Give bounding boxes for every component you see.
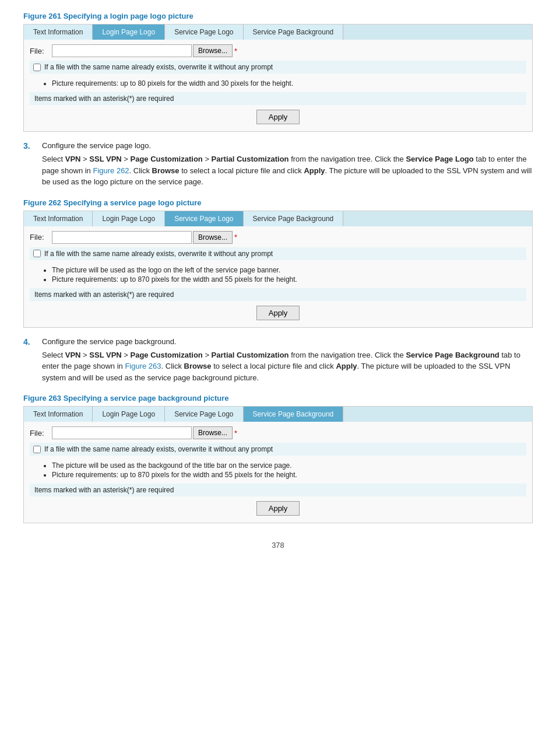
fig263-required-note: Items marked with an asterisk(*) are req… bbox=[30, 484, 526, 496]
fig261-apply-row: Apply bbox=[30, 105, 526, 127]
figure-262-panel: Text Information Login Page Logo Service… bbox=[23, 211, 533, 328]
fig261-note-1: Picture requirements: up to 80 pixels fo… bbox=[52, 79, 515, 88]
fig262-file-row: File: Browse... * bbox=[30, 231, 526, 244]
fig262-panel-body: File: Browse... * If a file with the sam… bbox=[24, 226, 532, 327]
fig262-file-label: File: bbox=[30, 233, 47, 242]
fig263-file-row: File: Browse... * bbox=[30, 426, 526, 439]
fig263-asterisk: * bbox=[234, 429, 237, 438]
figure-262-container: Figure 262 Specifying a service page log… bbox=[23, 198, 533, 328]
fig261-tab-service-page-logo[interactable]: Service Page Logo bbox=[165, 24, 243, 40]
fig261-tab-login-page-logo[interactable]: Login Page Logo bbox=[93, 24, 165, 40]
fig263-file-input[interactable] bbox=[52, 426, 192, 439]
fig263-checkbox-label: If a file with the same name already exi… bbox=[44, 445, 273, 453]
fig263-panel-body: File: Browse... * If a file with the sam… bbox=[24, 422, 532, 523]
fig263-overwrite-checkbox[interactable] bbox=[33, 446, 41, 453]
figure-262-title: Figure 262 Specifying a service page log… bbox=[23, 198, 533, 207]
fig262-apply-button[interactable]: Apply bbox=[256, 306, 300, 320]
fig263-apply-row: Apply bbox=[30, 496, 526, 518]
fig261-tab-service-page-background[interactable]: Service Page Background bbox=[244, 24, 344, 40]
fig262-checkbox-label: If a file with the same name already exi… bbox=[44, 250, 273, 258]
fig261-browse-button[interactable]: Browse... bbox=[193, 44, 233, 57]
fig263-tab-service-page-logo[interactable]: Service Page Logo bbox=[165, 407, 243, 422]
fig262-note-2: Picture requirements: up to 870 pixels f… bbox=[52, 275, 515, 284]
fig261-tab-text-information[interactable]: Text Information bbox=[24, 24, 93, 40]
step-3-heading: Configure the service page logo. bbox=[42, 141, 533, 150]
fig263-tab-bar: Text Information Login Page Logo Service… bbox=[24, 407, 532, 422]
fig261-tab-bar: Text Information Login Page Logo Service… bbox=[24, 24, 532, 40]
fig263-tab-login-page-logo[interactable]: Login Page Logo bbox=[93, 407, 165, 422]
step-4-section: 4. Configure the service page background… bbox=[23, 337, 533, 388]
fig261-checkbox-label: If a file with the same name already exi… bbox=[44, 63, 273, 71]
fig263-note-1: The picture will be used as the backgoun… bbox=[52, 461, 515, 470]
fig261-notes: Picture requirements: up to 80 pixels fo… bbox=[30, 76, 526, 92]
step-3-text: Select VPN > SSL VPN > Page Customizatio… bbox=[42, 153, 533, 188]
fig262-notes: The picture will be used as the logo on … bbox=[30, 262, 526, 288]
figure-261-container: Figure 261 Specifying a login page logo … bbox=[23, 12, 533, 132]
fig262-link[interactable]: Figure 262 bbox=[93, 166, 129, 175]
fig261-overwrite-checkbox[interactable] bbox=[33, 64, 41, 71]
fig263-checkbox-row: If a file with the same name already exi… bbox=[30, 443, 526, 456]
fig261-file-input[interactable] bbox=[52, 44, 192, 57]
step-4-number: 4. bbox=[23, 337, 42, 346]
fig263-notes: The picture will be used as the backgoun… bbox=[30, 458, 526, 484]
fig261-required-note: Items marked with an asterisk(*) are req… bbox=[30, 92, 526, 105]
figure-261-title: Figure 261 Specifying a login page logo … bbox=[23, 12, 533, 20]
step-4-heading: Configure the service page background. bbox=[42, 337, 533, 346]
fig263-link[interactable]: Figure 263 bbox=[125, 362, 161, 370]
fig262-tab-service-page-background[interactable]: Service Page Background bbox=[244, 211, 344, 226]
fig261-file-label: File: bbox=[30, 47, 47, 55]
fig262-apply-row: Apply bbox=[30, 301, 526, 323]
fig262-tab-login-page-logo[interactable]: Login Page Logo bbox=[93, 211, 165, 226]
fig262-note-1: The picture will be used as the logo on … bbox=[52, 266, 515, 274]
figure-263-title: Figure 263 Specifying a service page bac… bbox=[23, 394, 533, 402]
step-3-section: 3. Configure the service page logo. Sele… bbox=[23, 141, 533, 192]
figure-263-panel: Text Information Login Page Logo Service… bbox=[23, 406, 533, 523]
fig263-tab-service-page-background[interactable]: Service Page Background bbox=[244, 407, 344, 422]
step-3-content: Configure the service page logo. Select … bbox=[42, 141, 533, 192]
fig261-panel-body: File: Browse... * If a file with the sam… bbox=[24, 40, 532, 131]
fig263-file-label: File: bbox=[30, 429, 47, 438]
fig262-tab-text-information[interactable]: Text Information bbox=[24, 211, 93, 226]
fig261-apply-button[interactable]: Apply bbox=[256, 110, 300, 124]
fig261-file-row: File: Browse... * bbox=[30, 44, 526, 57]
fig262-tab-service-page-logo[interactable]: Service Page Logo bbox=[165, 211, 243, 226]
fig262-tab-bar: Text Information Login Page Logo Service… bbox=[24, 211, 532, 226]
fig262-asterisk: * bbox=[234, 233, 237, 242]
fig263-browse-button[interactable]: Browse... bbox=[193, 426, 233, 439]
step-4-content: Configure the service page background. S… bbox=[42, 337, 533, 388]
fig262-checkbox-row: If a file with the same name already exi… bbox=[30, 247, 526, 260]
step-4-text: Select VPN > SSL VPN > Page Customizatio… bbox=[42, 349, 533, 384]
fig263-apply-button[interactable]: Apply bbox=[256, 501, 300, 516]
figure-261-panel: Text Information Login Page Logo Service… bbox=[23, 24, 533, 132]
fig263-note-2: Picture requirements: up to 870 pixels f… bbox=[52, 471, 515, 479]
fig261-asterisk: * bbox=[234, 47, 237, 55]
fig262-required-note: Items marked with an asterisk(*) are req… bbox=[30, 288, 526, 301]
fig262-file-input[interactable] bbox=[52, 231, 192, 244]
figure-263-container: Figure 263 Specifying a service page bac… bbox=[23, 394, 533, 523]
fig262-overwrite-checkbox[interactable] bbox=[33, 250, 41, 257]
fig263-tab-text-information[interactable]: Text Information bbox=[24, 407, 93, 422]
fig261-checkbox-row: If a file with the same name already exi… bbox=[30, 61, 526, 74]
fig262-browse-button[interactable]: Browse... bbox=[193, 231, 233, 244]
step-3-number: 3. bbox=[23, 141, 42, 150]
page-number: 378 bbox=[23, 541, 533, 550]
